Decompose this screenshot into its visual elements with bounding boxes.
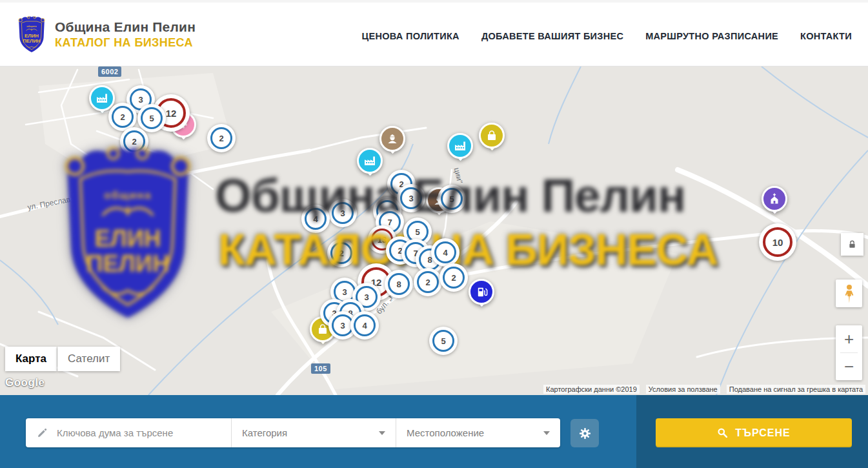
- gear-icon: [578, 427, 592, 440]
- cluster-count: 8: [396, 280, 401, 289]
- cluster-count: 5: [415, 227, 419, 237]
- municipality-crest-icon: община ЕЛИН ПЕЛИН: [16, 14, 47, 54]
- location-select[interactable]: Местоположение: [396, 418, 560, 447]
- chevron-down-icon: [379, 431, 385, 435]
- cluster-marker[interactable]: 2: [414, 268, 442, 296]
- cluster-count: 4: [362, 321, 367, 331]
- cluster-marker[interactable]: 4: [431, 238, 459, 267]
- cluster-marker[interactable]: 8: [385, 270, 413, 298]
- nav-route-schedule[interactable]: МАРШРУТНО РАЗПИСАНИЕ: [645, 31, 778, 41]
- attribution-report-link[interactable]: Подаване на сигнал за грешка в картата: [727, 385, 865, 394]
- cluster-count: 3: [342, 287, 347, 297]
- site-logo[interactable]: община ЕЛИН ПЕЛИН Община Елин Пелин КАТА…: [16, 14, 196, 54]
- cluster-marker[interactable]: 5: [429, 327, 458, 355]
- cluster-marker[interactable]: 2: [439, 263, 468, 292]
- pegman-icon: [842, 284, 856, 303]
- location-select-label: Местоположение: [407, 427, 484, 438]
- pin-marker-fuel[interactable]: [469, 279, 494, 310]
- map-type-satellite-button[interactable]: Сателит: [57, 347, 120, 371]
- map-canvas[interactable]: 6002 105 ул. Преслав бул. „Новосел ции" …: [0, 66, 868, 395]
- attribution-terms-link[interactable]: Условия за ползване: [646, 385, 720, 394]
- cluster-count: 5: [441, 336, 445, 346]
- site-subtitle: КАТАЛОГ НА БИЗНЕСА: [55, 36, 196, 50]
- street-view-pegman-button[interactable]: [836, 280, 862, 307]
- page: община ЕЛИН ПЕЛИН Община Елин Пелин КАТА…: [0, 0, 868, 468]
- nav-pricing[interactable]: ЦЕНОВА ПОЛИТИКА: [362, 31, 459, 41]
- site-title: Община Елин Пелин: [55, 19, 196, 35]
- chevron-down-icon: [543, 431, 550, 435]
- search-bar-right: ТЪРСЕНЕ: [636, 395, 868, 468]
- cluster-marker[interactable]: 10: [759, 223, 796, 261]
- keyword-field: [26, 418, 231, 447]
- category-select[interactable]: Категория: [232, 418, 396, 447]
- lock-icon: [847, 239, 857, 249]
- lock-button[interactable]: [841, 233, 863, 256]
- zoom-out-button[interactable]: −: [836, 353, 862, 380]
- search-panel: Категория Местоположение: [26, 418, 560, 447]
- nav-contacts[interactable]: КОНТАКТИ: [800, 31, 852, 41]
- cluster-count: 3: [364, 292, 368, 302]
- search-button[interactable]: ТЪРСЕНЕ: [656, 418, 852, 447]
- search-bar-left: Категория Местоположение: [0, 395, 636, 468]
- google-logo: Google: [5, 376, 45, 389]
- cluster-marker[interactable]: 4: [350, 311, 379, 340]
- markers-front: 5278412822333834510: [0, 66, 868, 395]
- header: община ЕЛИН ПЕЛИН Община Елин Пелин КАТА…: [0, 0, 868, 66]
- cluster-count: 2: [425, 278, 430, 287]
- pencil-icon: [37, 427, 48, 438]
- zoom-in-button[interactable]: +: [836, 325, 862, 352]
- nav-add-business[interactable]: ДОБАВЕТЕ ВАШИЯТ БИЗНЕС: [481, 31, 623, 41]
- shield-line2: ПЕЛИН: [23, 38, 41, 44]
- keyword-input[interactable]: [56, 427, 219, 439]
- search-icon: [717, 427, 728, 438]
- cluster-count: 3: [340, 321, 345, 331]
- main-nav: ЦЕНОВА ПОЛИТИКА ДОБАВЕТЕ ВАШИЯТ БИЗНЕС М…: [362, 3, 852, 69]
- zoom-control: + −: [836, 325, 862, 380]
- map-type-map-button[interactable]: Карта: [5, 347, 57, 371]
- shield-line1: ЕЛИН: [25, 33, 39, 39]
- cluster-count: 2: [451, 273, 456, 283]
- cluster-count: 10: [772, 237, 783, 248]
- shield-small-label: община: [26, 25, 37, 28]
- map-attribution: Картографски данни ©2019 Условия за полз…: [543, 385, 865, 394]
- cluster-count: 4: [443, 248, 447, 258]
- advanced-settings-button[interactable]: [570, 419, 599, 447]
- category-select-label: Категория: [242, 427, 287, 438]
- attribution-data: Картографски данни ©2019: [543, 385, 640, 394]
- search-bar: Категория Местоположение: [0, 395, 868, 468]
- map-type-control: Карта Сателит: [5, 347, 120, 371]
- search-button-label: ТЪРСЕНЕ: [735, 427, 790, 439]
